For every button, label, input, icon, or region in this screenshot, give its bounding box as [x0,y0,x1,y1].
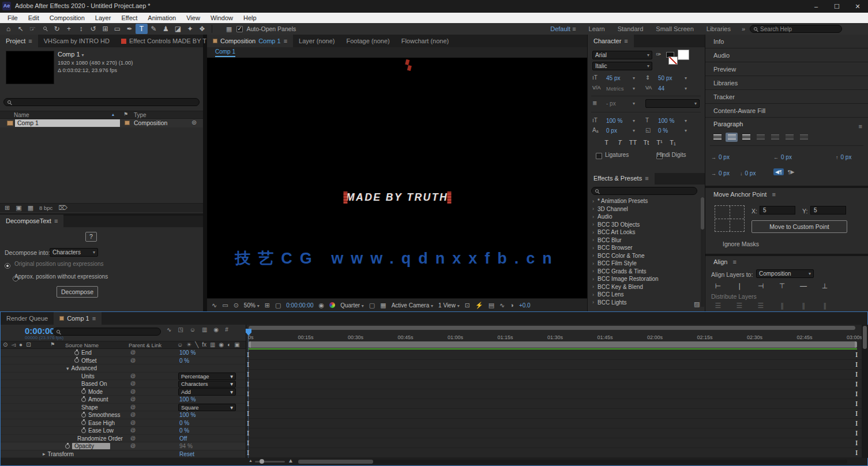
layer-out-point[interactable]: I [855,400,858,408]
motion-blur-switch-icon[interactable]: ◉ [214,327,219,333]
justify-last-center-button[interactable] [769,133,781,142]
more-workspaces-icon[interactable]: » [742,25,745,32]
anchor-y-field[interactable]: 5 [810,206,846,215]
expand-icon[interactable]: › [592,245,594,251]
transparency-grid-icon[interactable]: ▦ [380,302,386,309]
property-smoothness[interactable]: Smoothness [88,412,121,418]
stopwatch-icon[interactable] [74,351,79,355]
fill-color-swatch[interactable] [678,50,689,60]
tab-align[interactable]: Align ≡ [705,256,868,268]
clone-stamp-tool[interactable]: ♟ [160,24,172,34]
paragraph-space-after-field[interactable]: ↓0 px [740,167,756,178]
stroke-width-dropdown[interactable]: - px▾ [604,99,637,108]
expand-icon[interactable]: › [592,214,594,220]
create-folder-icon[interactable]: ▣ [16,205,21,211]
close-button[interactable]: ✕ [847,0,868,13]
project-row-name[interactable]: Comp 1 [15,119,120,127]
value-offset[interactable]: 0 % [179,358,189,364]
orbit-tool[interactable]: ↻ [51,24,63,34]
project-row-comp1[interactable]: Comp 1 Composition ⊚ [0,119,203,127]
eraser-tool[interactable]: ◪ [172,24,184,34]
bit-depth[interactable]: 8 bpc [39,205,52,211]
viewer-timecode[interactable]: 0:00:00:00 [286,302,313,309]
distribute-hcenter-button[interactable]: ∥ [796,301,810,310]
expand-icon[interactable]: › [592,198,594,204]
distribute-top-button[interactable]: ☰ [711,301,725,310]
tab-effects-presets[interactable]: Effects & Presets ≡ [588,172,655,185]
shape-tool[interactable]: ▭ [111,24,123,34]
panel-menu-icon[interactable]: ≡ [54,215,58,227]
camera-dropdown[interactable]: Active Camera ▾ [392,302,433,309]
timeline-horizontal-scrollbar[interactable] [298,460,847,464]
font-family-dropdown[interactable]: Arial▾ [592,51,652,59]
layer-row[interactable]: II [246,360,862,370]
superscript-button[interactable]: T¹ [655,138,664,147]
pickwhip-icon[interactable]: @ [130,443,136,449]
view-layout-dropdown[interactable]: 1 View ▾ [438,302,460,309]
panel-menu-icon[interactable]: ≡ [284,35,287,47]
distribute-left-button[interactable]: ∥ [775,301,789,310]
paragraph-indent-left-field[interactable]: →0 px [711,151,730,161]
pickwhip-icon[interactable]: @ [130,420,136,426]
interpret-footage-icon[interactable]: ⊞ [5,205,10,211]
pickwhip-icon[interactable]: @ [130,412,136,418]
effects-category-bcc-key-blend[interactable]: ›BCC Key & Blend [588,283,701,291]
stroke-style-dropdown[interactable]: ▾ [645,99,700,108]
tab-character[interactable]: Character ≡ [588,35,634,47]
layer-out-point[interactable]: I [855,381,858,388]
flowchart-icon[interactable]: ⊚ [191,119,197,126]
justify-last-right-button[interactable] [783,133,795,142]
layer-row[interactable]: II [246,389,862,399]
dolly-tool[interactable]: ↕ [75,24,87,34]
menu-effect[interactable]: Effect [116,13,142,23]
anchor-x-field[interactable]: 5 [760,206,795,215]
zoom-in-mountain-icon[interactable]: ▲ [288,458,294,464]
layer-row[interactable]: II [246,438,862,448]
value-units[interactable]: Percentage▾ [178,373,236,380]
tab-comp-1[interactable]: Comp 1≡ [54,312,102,325]
maximize-button[interactable]: ☐ [826,0,847,13]
view-menu-icon[interactable]: ⊙ [234,302,239,309]
expand-icon[interactable]: › [592,253,594,258]
stroke-color-swatch[interactable] [668,57,678,65]
puppet-pin-tool[interactable]: ❖ [196,24,208,34]
mini-flowchart-icon[interactable]: ∿ [167,327,171,333]
effects-category-bcc-grads-tints[interactable]: ›BCC Grads & Tints [588,268,701,276]
effects-category-bcc-art-looks[interactable]: ›BCC Art Looks [588,228,701,236]
expand-icon[interactable]: › [592,221,594,227]
pickwhip-icon[interactable]: @ [130,358,136,363]
sort-asc-icon[interactable]: ▴ [112,112,114,117]
value-end[interactable]: 100 % [179,350,196,356]
decompose-button[interactable]: Decompose [57,286,98,298]
property-ease-low[interactable]: Ease Low [88,427,114,434]
move-to-custom-point-button[interactable]: Move to Custom Point [751,220,847,233]
solo-icon[interactable]: ● [19,342,22,348]
distribute-vcenter-button[interactable]: ☰ [732,301,746,310]
stopwatch-icon[interactable] [74,358,79,363]
composition-canvas[interactable]: MADE BY TRUTH ▚ 技艺CG www.qdnxxfb.cn [207,58,587,298]
property-based-on[interactable]: Based On [81,381,107,387]
layer-out-point[interactable]: I [855,371,858,378]
align-left-button[interactable] [711,133,723,142]
tab-render-queue[interactable]: Render Queue [1,312,54,325]
horizontal-scale-dropdown[interactable]: 100 %▾ [656,116,689,125]
tab-info[interactable]: Info [705,35,868,48]
comp-viewer-tab[interactable]: Comp 1 [215,48,235,57]
property-offset[interactable]: Offset [81,358,97,364]
effects-new-icon[interactable]: ▨ [694,301,700,307]
align-center-button[interactable] [726,133,738,142]
label-icon[interactable]: ⚑ [50,342,55,347]
text-direction-rtl-button[interactable]: ◀¶ [773,168,784,175]
workspace-libraries[interactable]: Libraries [700,23,737,35]
align-bottom-button[interactable]: ⊥ [818,281,832,291]
tab-footage-none[interactable]: Footage (none) [340,35,395,47]
value-ease-high[interactable]: 0 % [179,420,189,426]
expand-icon[interactable]: › [592,284,594,290]
zoom-tool[interactable] [39,24,51,34]
leading-dropdown[interactable]: 50 px▾ [656,74,689,82]
workspace-icon[interactable]: ▦ [226,26,232,32]
paragraph-first-line-indent-field[interactable]: →0 px [711,167,730,178]
ligatures-checkbox[interactable] [596,153,602,159]
layer-out-point[interactable]: I [855,390,858,398]
expand-icon[interactable]: › [592,276,594,282]
